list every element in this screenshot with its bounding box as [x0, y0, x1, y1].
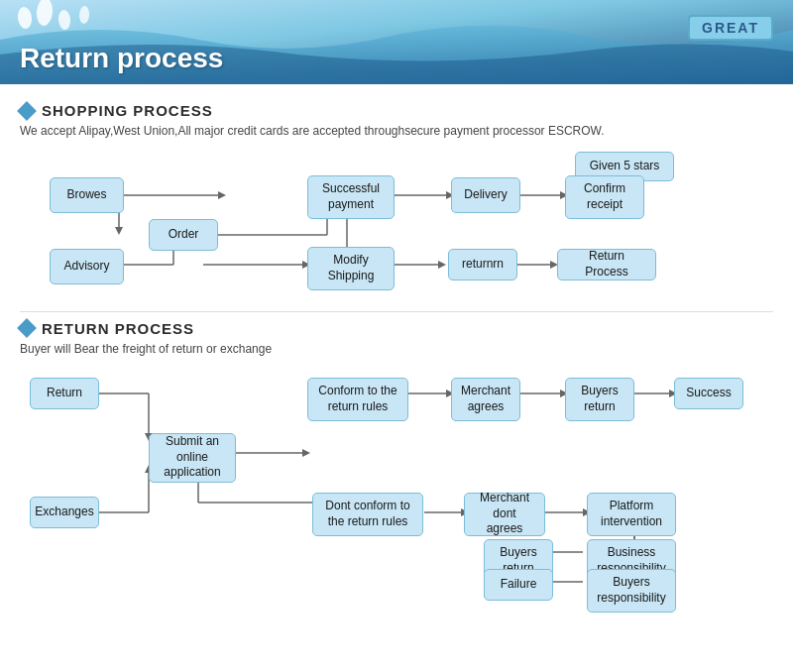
node-buyers-return-top: Buyers return — [565, 378, 634, 421]
node-returnrn: returnrn — [448, 249, 517, 280]
page-title: Return process — [20, 43, 223, 74]
diamond-icon-shopping — [17, 101, 37, 121]
shopping-diagram: Browes Given 5 stars Successful payment … — [20, 148, 773, 301]
shopping-section-header: SHOPPING PROCESS — [20, 102, 773, 119]
node-merchant-agrees: Merchant agrees — [451, 378, 520, 421]
node-return: Return — [30, 378, 99, 409]
content-area: SHOPPING PROCESS We accept Alipay,West U… — [0, 84, 793, 604]
node-submit-online: Submit an online application — [149, 433, 236, 483]
svg-marker-6 — [218, 191, 226, 199]
header: Return process GREAT — [0, 0, 793, 84]
node-confirm-receipt: Confirm receipt — [565, 175, 644, 219]
node-order: Order — [149, 219, 218, 251]
node-dont-conform-rules: Dont conform to the return rules — [312, 493, 423, 536]
diamond-icon-return — [17, 318, 37, 338]
node-successful-payment: Successful payment — [307, 175, 395, 219]
node-delivery: Delivery — [451, 177, 520, 213]
svg-marker-24 — [438, 261, 446, 269]
node-merchant-dont-agrees: Merchant dont agrees — [464, 493, 545, 536]
node-browes: Browes — [50, 177, 124, 213]
return-section-header: RETURN PROCESS — [20, 320, 773, 337]
svg-marker-33 — [302, 449, 310, 457]
node-modify-shipping: Modify Shipping — [307, 247, 395, 290]
svg-marker-8 — [115, 227, 123, 235]
node-success: Success — [674, 378, 743, 409]
section-divider — [20, 311, 773, 312]
node-return-process: Return Process — [557, 249, 656, 280]
return-title: RETURN PROCESS — [42, 320, 194, 337]
shopping-title: SHOPPING PROCESS — [42, 102, 213, 119]
header-background: Return process GREAT — [0, 0, 793, 84]
shopping-description: We accept Alipay,West Union,All major cr… — [20, 123, 773, 140]
node-exchanges: Exchanges — [30, 497, 99, 528]
node-platform-intervention: Platform intervention — [587, 493, 676, 536]
return-diagram: Return Submit an online application Conf… — [20, 366, 773, 594]
node-buyers-responsibility: Buyers responsibility — [587, 569, 676, 613]
node-failure: Failure — [484, 569, 553, 601]
great-badge: GREAT — [688, 15, 773, 41]
node-advisory: Advisory — [50, 249, 124, 284]
node-conform-rules: Conform to the return rules — [307, 378, 408, 421]
return-description: Buyer will Bear the freight of return or… — [20, 341, 773, 358]
